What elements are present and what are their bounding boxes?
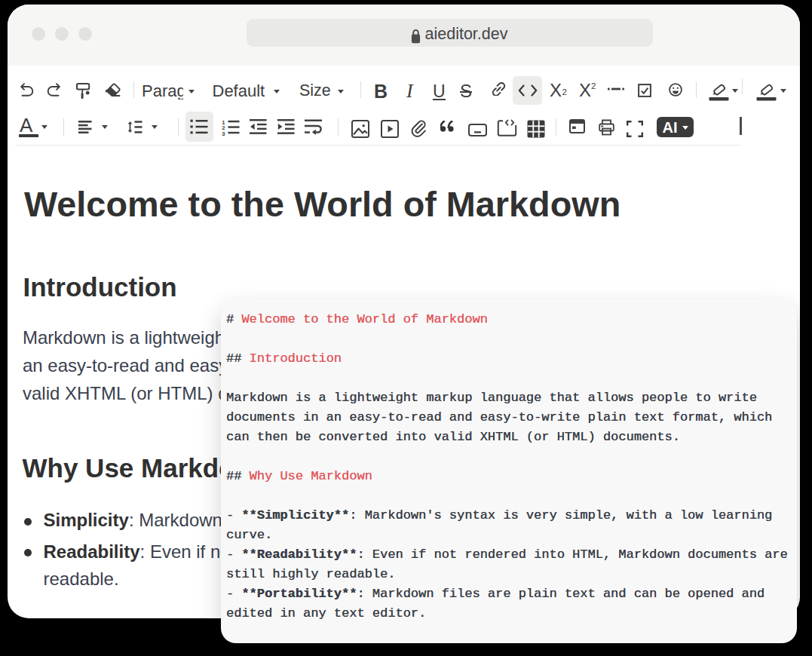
svg-text:3: 3 [222,130,225,137]
